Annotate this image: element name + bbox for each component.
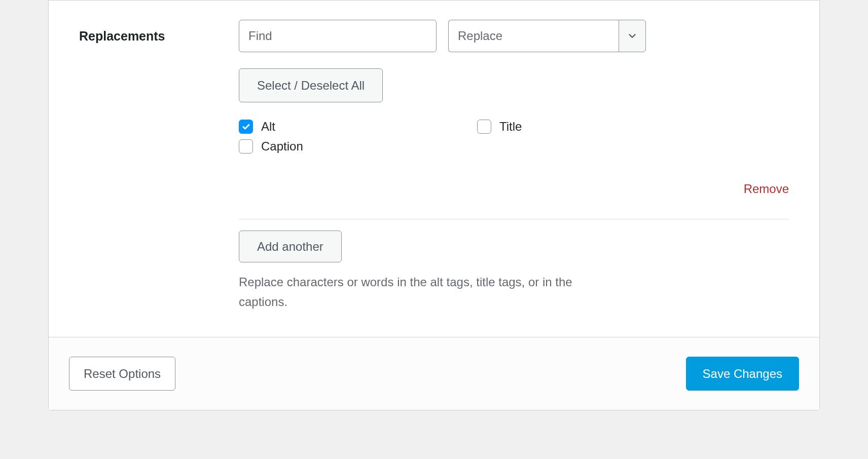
reset-options-button[interactable]: Reset Options [69,357,175,391]
settings-card: Replacements Select / Deselect All [48,0,820,410]
find-input[interactable] [239,20,437,52]
replacements-controls: Select / Deselect All Alt Cap [239,20,789,312]
replace-input-group [448,20,646,52]
checkbox-title[interactable]: Title [477,120,715,134]
checkbox-grid: Alt Caption Title [239,120,789,159]
card-footer: Reset Options Save Changes [49,337,819,410]
checkbox-box [239,139,253,154]
select-deselect-all-button[interactable]: Select / Deselect All [239,68,383,102]
remove-row: Remove [239,182,789,196]
find-replace-inputs [239,20,789,52]
checkbox-label: Caption [261,139,303,154]
checkbox-box [477,120,491,134]
help-text: Replace characters or words in the alt t… [239,273,594,312]
card-body: Replacements Select / Deselect All [49,1,819,337]
replacements-label: Replacements [79,20,239,44]
checkbox-col-right: Title [477,120,715,159]
chevron-down-icon [627,30,638,42]
divider [239,219,789,219]
replace-input[interactable] [448,20,619,52]
checkbox-box [239,120,253,134]
replace-dropdown-toggle[interactable] [619,20,646,52]
checkbox-caption[interactable]: Caption [239,139,477,154]
checkbox-label: Title [499,120,522,134]
checkbox-col-left: Alt Caption [239,120,477,159]
replacements-row: Replacements Select / Deselect All [79,1,789,312]
checkbox-alt[interactable]: Alt [239,120,477,134]
add-another-button[interactable]: Add another [239,231,342,262]
checkmark-icon [242,123,250,131]
remove-link[interactable]: Remove [744,182,789,196]
save-changes-button[interactable]: Save Changes [686,357,799,391]
checkbox-label: Alt [261,120,275,134]
